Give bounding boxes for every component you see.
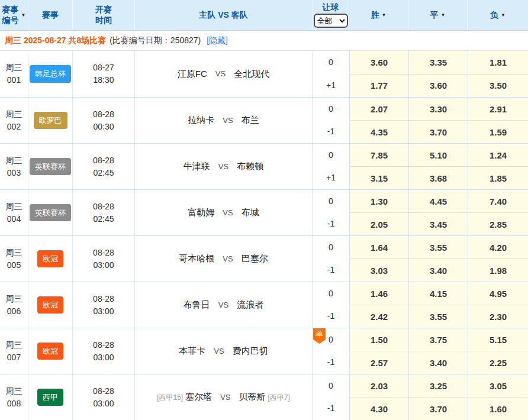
win-odds-cell[interactable]: 1.30 (350, 190, 408, 213)
draw-odds-cell[interactable]: 5.10 (409, 144, 468, 167)
draw-odds-cell[interactable]: 3.35 (409, 51, 468, 75)
draw-odds-cell[interactable]: 4.15 (409, 282, 468, 305)
win-odds-cell[interactable]: 4.35 (350, 121, 408, 143)
draw-odds-column: 3.35 3.60 (408, 51, 468, 97)
match-number: 006 (7, 305, 21, 318)
lose-odds-cell[interactable]: 1.60 (468, 398, 528, 420)
win-odds-cell[interactable]: 4.30 (350, 398, 408, 420)
competition-badge: 韩足总杯 (30, 65, 71, 83)
draw-odds-cell[interactable]: 3.70 (409, 121, 468, 143)
home-team: 塞尔塔 (185, 390, 212, 404)
teams-cell: 牛津联 VS 布赖顿 (135, 144, 313, 189)
match-day: 周三 (6, 293, 22, 305)
single-bet-tag: 单 (313, 328, 326, 344)
lose-odds-cell[interactable]: 2.25 (468, 351, 528, 374)
draw-odds-cell[interactable]: 3.55 (409, 236, 468, 259)
win-odds-cell[interactable]: 2.07 (350, 98, 408, 121)
draw-odds-cell[interactable]: 4.45 (409, 190, 468, 213)
filter-arrow-icon[interactable]: ▼ (441, 13, 446, 18)
odds-table: 赛事 编号 ▼ 赛事 开赛 时间 主队 VS 客队 让球 全部 胜 ▼ (0, 0, 528, 420)
win-odds-cell[interactable]: 1.77 (350, 75, 408, 98)
col-header-draw[interactable]: 平 ▼ (408, 0, 468, 30)
win-odds-cell[interactable]: 3.60 (350, 51, 408, 75)
sort-arrow-icon[interactable]: ▼ (21, 13, 26, 18)
draw-odds-cell[interactable]: 3.40 (409, 259, 468, 282)
competition-badge: 欧冠 (37, 296, 63, 314)
lose-odds-cell[interactable]: 3.05 (468, 374, 528, 398)
lose-odds-cell[interactable]: 3.50 (468, 75, 528, 98)
lose-odds-cell[interactable]: 1.24 (468, 144, 528, 167)
lose-odds-cell[interactable]: 1.98 (468, 259, 528, 282)
match-row: 周三 003 英联赛杯 08-28 02:45 牛津联 VS 布赖顿 0 +1 (0, 143, 528, 189)
lose-odds-cell[interactable]: 4.95 (468, 282, 528, 305)
match-row: 周三 001 韩足总杯 08-27 18:30 江原FC VS 全北现代 0 +… (0, 51, 528, 97)
match-number-cell: 周三 004 (0, 190, 28, 235)
win-odds-column: 2.07 4.35 (349, 98, 408, 143)
handicap-value: -1 (327, 125, 334, 138)
competition-cell: 欧冠 (28, 328, 73, 374)
draw-odds-cell[interactable]: 3.75 (409, 328, 468, 351)
match-day: 周三 (6, 108, 22, 121)
competition-cell: 欧冠 (28, 236, 73, 282)
lose-odds-cell[interactable]: 2.85 (468, 213, 528, 235)
win-odds-cell[interactable]: 1.50 (350, 328, 408, 351)
lose-odds-cell[interactable]: 7.40 (468, 190, 528, 213)
handicap-value: 0 (329, 149, 333, 161)
draw-odds-column: 5.10 3.68 (408, 144, 468, 189)
competition-badge: 英联赛杯 (30, 158, 71, 176)
lose-odds-cell[interactable]: 1.81 (468, 51, 528, 75)
lose-odds-cell[interactable]: 2.30 (468, 305, 528, 328)
match-number: 001 (7, 74, 21, 86)
handicap-line: 0 (313, 190, 349, 213)
match-number: 002 (7, 121, 21, 133)
win-odds-cell[interactable]: 3.03 (350, 259, 408, 282)
handicap-value: -1 (327, 218, 334, 230)
draw-odds-cell[interactable]: 3.68 (409, 167, 468, 189)
draw-odds-cell[interactable]: 3.60 (409, 75, 468, 98)
away-team: 流浪者 (237, 298, 263, 312)
lose-odds-cell[interactable]: 2.91 (468, 98, 528, 121)
col-header-match-no[interactable]: 赛事 编号 ▼ (0, 0, 28, 30)
match-date: 08-28 (93, 154, 114, 167)
handicap-filter-select[interactable]: 全部 (314, 14, 348, 28)
handicap-line: -1 (313, 259, 349, 282)
win-odds-cell[interactable]: 7.85 (350, 144, 408, 167)
win-odds-cell[interactable]: 2.57 (350, 351, 408, 374)
draw-odds-cell[interactable]: 3.55 (409, 305, 468, 328)
draw-odds-cell[interactable]: 3.45 (409, 213, 468, 235)
win-odds-cell[interactable]: 2.42 (350, 305, 408, 328)
win-odds-column: 3.60 1.77 (349, 51, 408, 97)
col-header-lose[interactable]: 负 ▼ (468, 0, 528, 30)
match-date: 08-27 (93, 62, 114, 74)
handicap-value: +1 (326, 172, 336, 184)
win-odds-cell[interactable]: 2.03 (350, 374, 408, 398)
filter-arrow-icon[interactable]: ▼ (501, 13, 506, 18)
draw-odds-column: 3.75 3.40 (408, 328, 468, 374)
match-row: 周三 004 英联赛杯 08-28 02:45 富勒姆 VS 布城 0 -1 (0, 189, 528, 235)
draw-odds-cell[interactable]: 3.30 (409, 98, 468, 121)
handicap-cell: 0 -1 (313, 190, 349, 235)
handicap-value: -1 (327, 402, 334, 415)
match-number: 008 (7, 398, 21, 410)
draw-odds-column: 3.30 3.70 (408, 98, 468, 143)
draw-odds-cell[interactable]: 3.70 (409, 398, 468, 420)
win-odds-cell[interactable]: 1.46 (350, 282, 408, 305)
lose-odds-cell[interactable]: 5.15 (468, 328, 528, 351)
lose-odds-cell[interactable]: 1.59 (468, 121, 528, 143)
lose-odds-column: 1.24 1.85 (468, 144, 528, 189)
draw-odds-cell[interactable]: 3.40 (409, 351, 468, 374)
col-header-teams: 主队 VS 客队 (135, 0, 313, 30)
filter-arrow-icon[interactable]: ▼ (382, 13, 387, 18)
draw-odds-cell[interactable]: 3.25 (409, 374, 468, 398)
lose-odds-cell[interactable]: 4.20 (468, 236, 528, 259)
win-odds-cell[interactable]: 1.64 (350, 236, 408, 259)
lose-odds-cell[interactable]: 1.85 (468, 167, 528, 189)
win-odds-cell[interactable]: 2.05 (350, 213, 408, 235)
win-odds-column: 1.50 2.57 (349, 328, 408, 374)
handicap-value: 0 (329, 103, 333, 115)
col-header-win[interactable]: 胜 ▼ (349, 0, 408, 30)
hide-link[interactable]: [隐藏] (207, 35, 228, 46)
col-header-handicap: 让球 全部 (313, 0, 349, 30)
win-odds-cell[interactable]: 3.15 (350, 167, 408, 189)
competition-cell: 韩足总杯 (28, 51, 73, 97)
